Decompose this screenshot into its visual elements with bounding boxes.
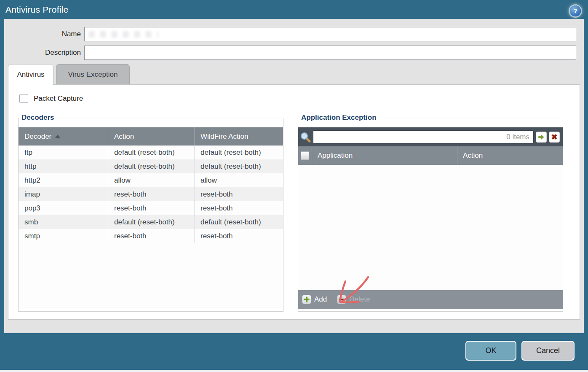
table-cell: http (19, 159, 108, 173)
delete-button[interactable]: Delete (337, 295, 370, 304)
description-label: Description (4, 49, 81, 57)
decoders-legend: Decoders (19, 113, 56, 122)
table-cell: smb (19, 215, 108, 229)
clear-filter-button[interactable]: ✖ (549, 132, 560, 143)
apply-filter-button[interactable] (536, 132, 547, 143)
column-header-wildfire-action[interactable]: WildFire Action (195, 127, 283, 146)
column-header-application-action[interactable]: Action (457, 146, 563, 165)
dialog-titlebar: Antivirus Profile ? (0, 0, 588, 19)
cancel-button[interactable]: Cancel (521, 341, 575, 361)
table-cell: http2 (19, 173, 108, 187)
application-exception-legend: Application Exception (299, 113, 379, 122)
decoder-row-smtp[interactable]: smtpreset-bothreset-both (19, 229, 283, 243)
name-input[interactable] (85, 27, 576, 41)
table-cell: default (reset-both) (195, 146, 283, 159)
column-header-decoder[interactable]: Decoder (19, 127, 108, 146)
table-cell: default (reset-both) (195, 159, 283, 173)
table-cell: reset-both (195, 229, 283, 243)
add-button[interactable]: Add (302, 295, 327, 304)
table-cell: ftp (19, 146, 108, 159)
decoder-row-http2[interactable]: http2allowallow (19, 173, 283, 187)
antivirus-tab-panel: Packet Capture Decoders Decoder Action (8, 84, 580, 320)
decoders-group: Decoders Decoder Action WildFire Action (18, 113, 283, 312)
tab-virus-exception[interactable]: Virus Exception (56, 64, 130, 84)
table-cell: allow (108, 173, 195, 187)
table-cell: pop3 (19, 201, 108, 215)
application-search-input[interactable] (313, 130, 534, 143)
decoders-table: Decoder Action WildFire Action ftpdefaul… (19, 127, 283, 309)
bottom-edge-strip (0, 370, 588, 372)
application-table-header: Application Action (298, 146, 563, 165)
table-cell: default (reset-both) (108, 215, 195, 229)
description-input[interactable] (85, 46, 576, 59)
column-header-application[interactable]: Application (312, 146, 457, 165)
application-table-body (298, 165, 563, 290)
sort-asc-icon (55, 135, 61, 138)
clear-icon: ✖ (551, 133, 557, 141)
select-all-cell (298, 146, 312, 165)
table-cell: reset-both (108, 187, 195, 201)
table-cell: default (reset-both) (108, 159, 195, 173)
description-field-wrap (84, 46, 576, 60)
decoder-row-smb[interactable]: smbdefault (reset-both)default (reset-bo… (19, 215, 283, 229)
table-cell: default (reset-both) (108, 146, 195, 159)
ok-button[interactable]: OK (465, 341, 516, 361)
application-exception-group: Application Exception 0 items (298, 113, 563, 312)
help-icon[interactable]: ? (570, 5, 581, 16)
name-field-wrap (84, 27, 576, 41)
select-all-checkbox[interactable] (301, 151, 309, 160)
table-cell: allow (195, 173, 283, 187)
application-exception-table: 0 items ✖ (298, 127, 563, 309)
decoder-row-pop3[interactable]: pop3reset-bothreset-both (19, 201, 283, 215)
packet-capture-checkbox[interactable] (19, 94, 28, 103)
decoders-table-body: ftpdefault (reset-both)default (reset-bo… (19, 146, 283, 243)
table-cell: reset-both (108, 229, 195, 243)
plus-icon (302, 295, 311, 304)
search-input-wrap: 0 items (313, 130, 534, 143)
name-label: Name (4, 30, 81, 38)
table-cell: default (reset-both) (195, 215, 283, 229)
dialog-title: Antivirus Profile (5, 0, 68, 19)
table-cell: reset-both (195, 201, 283, 215)
decoders-table-header: Decoder Action WildFire Action (19, 127, 283, 146)
table-cell: reset-both (195, 187, 283, 201)
column-header-action[interactable]: Action (108, 127, 195, 146)
tab-antivirus[interactable]: Antivirus (8, 64, 53, 85)
minus-icon (337, 295, 346, 304)
green-arrow-icon (537, 133, 545, 141)
search-icon (300, 132, 311, 143)
decoder-row-imap[interactable]: imapreset-bothreset-both (19, 187, 283, 201)
decoder-row-http[interactable]: httpdefault (reset-both)default (reset-b… (19, 159, 283, 173)
decoder-row-ftp[interactable]: ftpdefault (reset-both)default (reset-bo… (19, 146, 283, 159)
packet-capture-label: Packet Capture (34, 94, 83, 103)
packet-capture-row[interactable]: Packet Capture (19, 94, 83, 103)
dialog-body: Name Description Antivirus Virus Excepti… (4, 19, 584, 333)
table-cell: imap (19, 187, 108, 201)
table-cell: smtp (19, 229, 108, 243)
application-search-bar: 0 items ✖ (298, 127, 563, 146)
application-table-toolbar: Add Delete (298, 290, 563, 309)
table-cell: reset-both (108, 201, 195, 215)
